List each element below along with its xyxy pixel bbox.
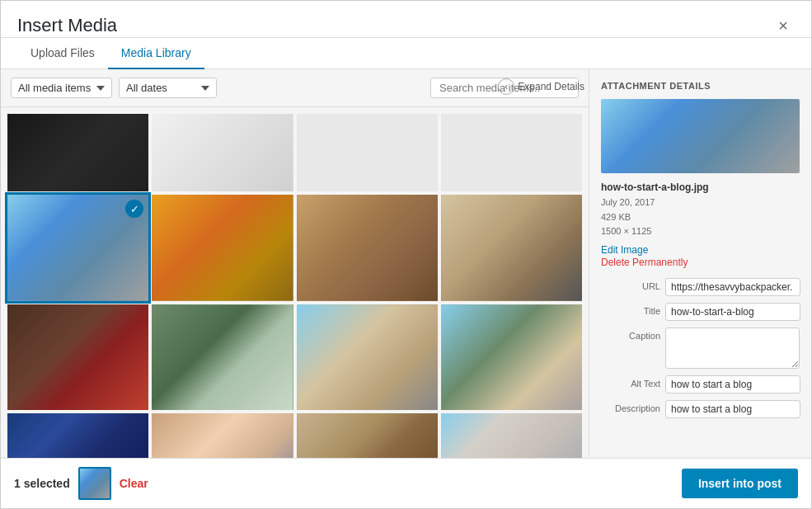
url-label: URL [601, 278, 660, 291]
list-item[interactable] [441, 114, 582, 191]
list-item[interactable] [7, 413, 148, 458]
expand-label: Expand Details [518, 81, 584, 92]
tab-upload-files[interactable]: Upload Files [17, 38, 108, 69]
attachment-actions: Edit Image Delete Permanently [601, 244, 800, 268]
description-label: Description [601, 400, 660, 413]
modal-header: Insert Media × [1, 1, 811, 38]
attachment-dimensions: 1500 × 1125 [601, 224, 800, 239]
url-input[interactable] [665, 278, 800, 296]
close-button[interactable]: × [772, 14, 795, 37]
selected-thumbnail [78, 467, 111, 500]
list-item[interactable] [7, 304, 148, 410]
expand-details-button[interactable]: ‹ Expand Details [498, 78, 584, 95]
list-item[interactable] [297, 304, 438, 410]
media-grid: ✓ [1, 107, 589, 458]
title-input[interactable] [665, 303, 800, 321]
form-row-title: Title [601, 303, 800, 321]
attachment-filename: how-to-start-a-blog.jpg [601, 181, 800, 193]
insert-media-modal: Insert Media × Upload Files Media Librar… [0, 0, 812, 509]
list-item[interactable] [152, 114, 293, 191]
alt-input[interactable] [665, 375, 800, 394]
clear-button[interactable]: Clear [120, 477, 148, 490]
form-row-url: URL [601, 278, 800, 296]
attachment-date: July 20, 2017 [601, 196, 800, 210]
list-item[interactable] [297, 195, 438, 300]
caption-label: Caption [601, 328, 660, 341]
description-input[interactable] [665, 400, 800, 418]
footer-left: 1 selected Clear [14, 467, 148, 500]
title-label: Title [601, 303, 660, 316]
modal-footer: 1 selected Clear Insert into post [1, 458, 811, 508]
delete-permanently-link[interactable]: Delete Permanently [601, 257, 800, 268]
list-item[interactable] [441, 413, 582, 458]
modal-body: All media itemsImagesAudioVideo All date… [1, 69, 811, 458]
attachment-details-panel: ATTACHMENT DETAILS how-to-start-a-blog.j… [589, 69, 811, 458]
expand-icon: ‹ [498, 78, 514, 95]
caption-input[interactable] [665, 328, 800, 369]
modal-title: Insert Media [17, 15, 117, 36]
list-item[interactable] [7, 114, 148, 191]
list-item[interactable] [297, 413, 438, 458]
form-row-caption: Caption [601, 328, 800, 369]
filter-date-select[interactable]: All datesJanuary 2017February 2017March … [119, 78, 217, 98]
alt-label: Alt Text [601, 375, 660, 389]
selected-count: 1 selected [14, 477, 70, 490]
attachment-meta: July 20, 2017 429 KB 1500 × 1125 [601, 196, 800, 239]
tab-media-library[interactable]: Media Library [108, 38, 204, 69]
filter-media-select[interactable]: All media itemsImagesAudioVideo [11, 78, 112, 98]
media-panel: All media itemsImagesAudioVideo All date… [1, 69, 589, 458]
list-item[interactable]: ✓ [7, 195, 148, 300]
insert-into-post-button[interactable]: Insert into post [682, 469, 798, 498]
list-item[interactable] [152, 413, 293, 458]
form-row-alt: Alt Text [601, 375, 800, 394]
attachment-size: 429 KB [601, 210, 800, 225]
list-item[interactable] [152, 304, 293, 410]
edit-image-link[interactable]: Edit Image [601, 244, 800, 256]
attachment-thumbnail [601, 99, 800, 173]
form-row-description: Description [601, 400, 800, 418]
list-item[interactable] [441, 304, 582, 410]
details-title: ATTACHMENT DETAILS [601, 81, 800, 91]
list-item[interactable] [441, 195, 582, 300]
list-item[interactable] [152, 195, 293, 300]
attachment-form: URL Title Caption Alt Text Description [601, 278, 800, 418]
list-item[interactable] [297, 114, 438, 191]
modal-tabs: Upload Files Media Library [1, 38, 811, 69]
